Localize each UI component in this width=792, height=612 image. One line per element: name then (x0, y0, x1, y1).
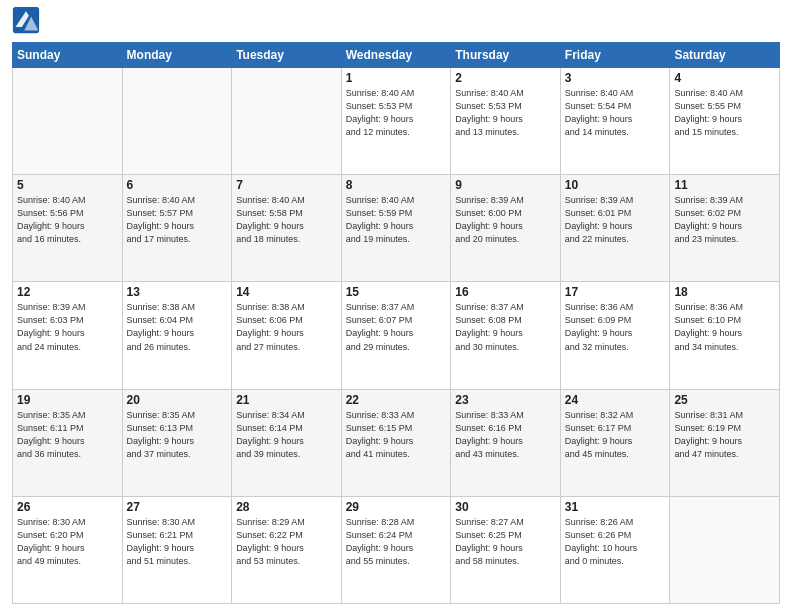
day-number: 10 (565, 178, 666, 192)
day-number: 3 (565, 71, 666, 85)
day-info: Sunrise: 8:26 AMSunset: 6:26 PMDaylight:… (565, 516, 666, 568)
weekday-header-wednesday: Wednesday (341, 43, 451, 68)
day-info: Sunrise: 8:32 AMSunset: 6:17 PMDaylight:… (565, 409, 666, 461)
calendar-cell: 26Sunrise: 8:30 AMSunset: 6:20 PMDayligh… (13, 496, 123, 603)
day-info: Sunrise: 8:28 AMSunset: 6:24 PMDaylight:… (346, 516, 447, 568)
day-number: 29 (346, 500, 447, 514)
day-info: Sunrise: 8:36 AMSunset: 6:09 PMDaylight:… (565, 301, 666, 353)
day-number: 26 (17, 500, 118, 514)
calendar-cell: 25Sunrise: 8:31 AMSunset: 6:19 PMDayligh… (670, 389, 780, 496)
day-info: Sunrise: 8:38 AMSunset: 6:04 PMDaylight:… (127, 301, 228, 353)
calendar-cell: 18Sunrise: 8:36 AMSunset: 6:10 PMDayligh… (670, 282, 780, 389)
day-info: Sunrise: 8:30 AMSunset: 6:20 PMDaylight:… (17, 516, 118, 568)
calendar-cell: 6Sunrise: 8:40 AMSunset: 5:57 PMDaylight… (122, 175, 232, 282)
calendar-cell: 3Sunrise: 8:40 AMSunset: 5:54 PMDaylight… (560, 68, 670, 175)
page-container: SundayMondayTuesdayWednesdayThursdayFrid… (0, 0, 792, 612)
day-info: Sunrise: 8:31 AMSunset: 6:19 PMDaylight:… (674, 409, 775, 461)
week-row-5: 26Sunrise: 8:30 AMSunset: 6:20 PMDayligh… (13, 496, 780, 603)
day-number: 13 (127, 285, 228, 299)
day-number: 14 (236, 285, 337, 299)
day-info: Sunrise: 8:40 AMSunset: 5:59 PMDaylight:… (346, 194, 447, 246)
day-number: 4 (674, 71, 775, 85)
day-number: 22 (346, 393, 447, 407)
weekday-header-monday: Monday (122, 43, 232, 68)
weekday-header-saturday: Saturday (670, 43, 780, 68)
day-number: 1 (346, 71, 447, 85)
calendar-table: SundayMondayTuesdayWednesdayThursdayFrid… (12, 42, 780, 604)
day-number: 21 (236, 393, 337, 407)
day-info: Sunrise: 8:30 AMSunset: 6:21 PMDaylight:… (127, 516, 228, 568)
calendar-cell: 13Sunrise: 8:38 AMSunset: 6:04 PMDayligh… (122, 282, 232, 389)
calendar-cell: 17Sunrise: 8:36 AMSunset: 6:09 PMDayligh… (560, 282, 670, 389)
day-info: Sunrise: 8:33 AMSunset: 6:15 PMDaylight:… (346, 409, 447, 461)
calendar-cell (122, 68, 232, 175)
day-number: 31 (565, 500, 666, 514)
day-number: 6 (127, 178, 228, 192)
week-row-2: 5Sunrise: 8:40 AMSunset: 5:56 PMDaylight… (13, 175, 780, 282)
day-number: 25 (674, 393, 775, 407)
day-number: 7 (236, 178, 337, 192)
weekday-header-row: SundayMondayTuesdayWednesdayThursdayFrid… (13, 43, 780, 68)
calendar-cell (13, 68, 123, 175)
calendar-cell: 23Sunrise: 8:33 AMSunset: 6:16 PMDayligh… (451, 389, 561, 496)
day-number: 11 (674, 178, 775, 192)
day-number: 30 (455, 500, 556, 514)
weekday-header-sunday: Sunday (13, 43, 123, 68)
day-info: Sunrise: 8:40 AMSunset: 5:56 PMDaylight:… (17, 194, 118, 246)
calendar-cell: 1Sunrise: 8:40 AMSunset: 5:53 PMDaylight… (341, 68, 451, 175)
calendar-cell: 7Sunrise: 8:40 AMSunset: 5:58 PMDaylight… (232, 175, 342, 282)
day-info: Sunrise: 8:38 AMSunset: 6:06 PMDaylight:… (236, 301, 337, 353)
day-info: Sunrise: 8:37 AMSunset: 6:08 PMDaylight:… (455, 301, 556, 353)
calendar-cell: 28Sunrise: 8:29 AMSunset: 6:22 PMDayligh… (232, 496, 342, 603)
day-info: Sunrise: 8:40 AMSunset: 5:55 PMDaylight:… (674, 87, 775, 139)
day-info: Sunrise: 8:27 AMSunset: 6:25 PMDaylight:… (455, 516, 556, 568)
calendar-cell: 19Sunrise: 8:35 AMSunset: 6:11 PMDayligh… (13, 389, 123, 496)
day-number: 28 (236, 500, 337, 514)
day-number: 17 (565, 285, 666, 299)
day-info: Sunrise: 8:40 AMSunset: 5:53 PMDaylight:… (455, 87, 556, 139)
day-info: Sunrise: 8:39 AMSunset: 6:01 PMDaylight:… (565, 194, 666, 246)
day-info: Sunrise: 8:37 AMSunset: 6:07 PMDaylight:… (346, 301, 447, 353)
day-number: 9 (455, 178, 556, 192)
day-number: 15 (346, 285, 447, 299)
calendar-cell: 12Sunrise: 8:39 AMSunset: 6:03 PMDayligh… (13, 282, 123, 389)
calendar-cell: 20Sunrise: 8:35 AMSunset: 6:13 PMDayligh… (122, 389, 232, 496)
day-info: Sunrise: 8:35 AMSunset: 6:13 PMDaylight:… (127, 409, 228, 461)
day-number: 5 (17, 178, 118, 192)
calendar-cell: 24Sunrise: 8:32 AMSunset: 6:17 PMDayligh… (560, 389, 670, 496)
day-info: Sunrise: 8:36 AMSunset: 6:10 PMDaylight:… (674, 301, 775, 353)
day-number: 23 (455, 393, 556, 407)
calendar-cell: 16Sunrise: 8:37 AMSunset: 6:08 PMDayligh… (451, 282, 561, 389)
day-number: 2 (455, 71, 556, 85)
calendar-cell: 10Sunrise: 8:39 AMSunset: 6:01 PMDayligh… (560, 175, 670, 282)
logo-icon (12, 6, 40, 34)
week-row-4: 19Sunrise: 8:35 AMSunset: 6:11 PMDayligh… (13, 389, 780, 496)
day-number: 27 (127, 500, 228, 514)
calendar-cell: 8Sunrise: 8:40 AMSunset: 5:59 PMDaylight… (341, 175, 451, 282)
day-number: 24 (565, 393, 666, 407)
day-number: 19 (17, 393, 118, 407)
weekday-header-thursday: Thursday (451, 43, 561, 68)
weekday-header-friday: Friday (560, 43, 670, 68)
day-number: 12 (17, 285, 118, 299)
header (12, 10, 780, 34)
calendar-cell: 5Sunrise: 8:40 AMSunset: 5:56 PMDaylight… (13, 175, 123, 282)
day-info: Sunrise: 8:40 AMSunset: 5:57 PMDaylight:… (127, 194, 228, 246)
calendar-cell: 27Sunrise: 8:30 AMSunset: 6:21 PMDayligh… (122, 496, 232, 603)
calendar-cell: 15Sunrise: 8:37 AMSunset: 6:07 PMDayligh… (341, 282, 451, 389)
day-number: 16 (455, 285, 556, 299)
calendar-cell: 9Sunrise: 8:39 AMSunset: 6:00 PMDaylight… (451, 175, 561, 282)
calendar-cell: 22Sunrise: 8:33 AMSunset: 6:15 PMDayligh… (341, 389, 451, 496)
calendar-cell: 30Sunrise: 8:27 AMSunset: 6:25 PMDayligh… (451, 496, 561, 603)
day-info: Sunrise: 8:39 AMSunset: 6:00 PMDaylight:… (455, 194, 556, 246)
week-row-3: 12Sunrise: 8:39 AMSunset: 6:03 PMDayligh… (13, 282, 780, 389)
day-info: Sunrise: 8:33 AMSunset: 6:16 PMDaylight:… (455, 409, 556, 461)
day-number: 18 (674, 285, 775, 299)
logo (12, 10, 42, 34)
day-number: 8 (346, 178, 447, 192)
calendar-cell: 11Sunrise: 8:39 AMSunset: 6:02 PMDayligh… (670, 175, 780, 282)
day-info: Sunrise: 8:40 AMSunset: 5:58 PMDaylight:… (236, 194, 337, 246)
calendar-cell: 14Sunrise: 8:38 AMSunset: 6:06 PMDayligh… (232, 282, 342, 389)
day-info: Sunrise: 8:40 AMSunset: 5:53 PMDaylight:… (346, 87, 447, 139)
day-info: Sunrise: 8:39 AMSunset: 6:03 PMDaylight:… (17, 301, 118, 353)
